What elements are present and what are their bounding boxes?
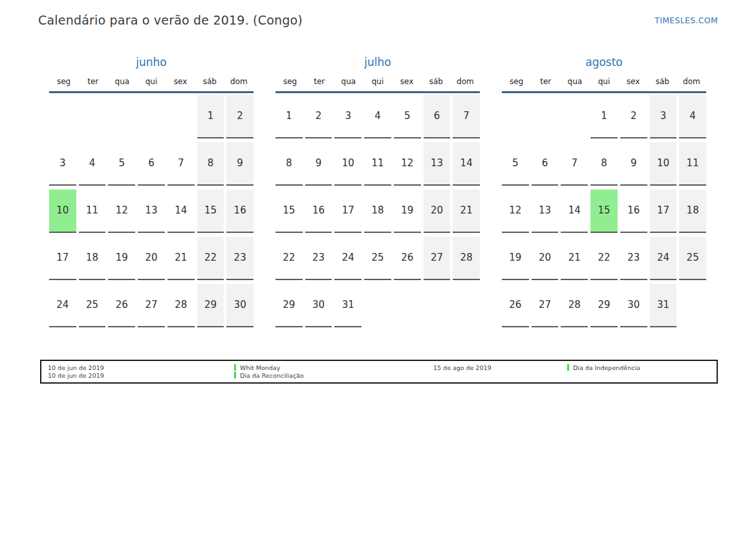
day-cell: 21 — [453, 190, 480, 237]
day-cell: 18 — [364, 190, 391, 237]
weekday-label: qua — [334, 76, 363, 87]
day-cell-fill: 25 — [364, 237, 391, 280]
month-junho: junhosegterquaquisexsábdom12345678910111… — [49, 54, 254, 331]
day-cell-fill: 3 — [49, 142, 76, 186]
day-cell-fill: 8 — [590, 142, 618, 186]
day-cell-fill — [679, 284, 706, 327]
day-cell: 13 — [424, 142, 451, 190]
day-cell-empty — [108, 95, 135, 142]
day-cell: 17 — [650, 190, 677, 237]
day-cell: 20 — [424, 190, 451, 237]
day-cell-fill: 16 — [620, 190, 647, 233]
day-cell: 7 — [561, 142, 588, 190]
day-cell-fill: 13 — [424, 142, 451, 186]
holiday-marker-icon — [234, 364, 236, 371]
day-cell: 12 — [108, 190, 135, 237]
day-cell-fill: 9 — [226, 142, 254, 186]
day-cell-empty — [49, 95, 76, 142]
day-cell-fill: 15 — [275, 190, 303, 233]
day-cell: 27 — [424, 237, 451, 284]
legend-entry: Dia da Independência — [567, 364, 640, 372]
day-cell: 7 — [453, 95, 480, 142]
day-cell-fill: 9 — [620, 142, 647, 186]
day-cell: 29 — [275, 284, 303, 331]
day-cell-fill: 27 — [532, 284, 559, 327]
day-cell: 2 — [226, 95, 254, 142]
site-link[interactable]: TIMESLES.COM — [654, 16, 718, 25]
legend-box: 10 de jun de 2019Whit Monday10 de jun de… — [40, 360, 718, 384]
weekday-label: ter — [78, 76, 107, 87]
day-cell: 18 — [79, 237, 106, 284]
day-cell-fill: 30 — [226, 284, 254, 327]
day-cell: 3 — [49, 142, 76, 190]
calendar-months: junhosegterquaquisexsábdom12345678910111… — [49, 54, 706, 331]
day-cell: 12 — [394, 142, 421, 190]
day-cell: 20 — [138, 237, 165, 284]
day-cell-fill: 18 — [364, 190, 391, 233]
day-cell-fill — [108, 95, 135, 138]
day-cell-fill: 8 — [275, 142, 303, 186]
day-cell: 30 — [620, 284, 647, 331]
day-cell-fill: 2 — [620, 95, 647, 138]
day-cell: 2 — [620, 95, 647, 142]
day-cell-fill — [138, 95, 165, 138]
day-cell-empty — [424, 284, 451, 331]
day-cell-fill: 7 — [453, 95, 480, 138]
day-cell: 17 — [334, 190, 362, 237]
day-cell-fill: 31 — [650, 284, 677, 327]
day-cell: 31 — [650, 284, 677, 331]
day-cell-fill: 30 — [620, 284, 647, 327]
day-cell: 5 — [394, 95, 421, 142]
day-cell-fill: 27 — [424, 237, 451, 280]
month-title: julho — [275, 54, 480, 70]
day-cell: 4 — [79, 142, 106, 190]
day-cell-fill: 5 — [394, 95, 421, 138]
day-cell: 20 — [532, 237, 559, 284]
weekday-header-row: segterquaquisexsábdom — [49, 76, 254, 87]
day-cell: 8 — [275, 142, 303, 190]
weekday-label: sex — [393, 76, 422, 87]
day-cell-fill — [49, 95, 76, 138]
day-cell-empty — [364, 284, 391, 331]
day-cell-fill: 16 — [226, 190, 254, 233]
day-cell-fill: 11 — [79, 190, 106, 233]
day-cell-fill: 22 — [197, 237, 224, 280]
day-cell-empty — [394, 284, 421, 331]
day-cell-empty — [453, 284, 480, 331]
day-cell: 22 — [275, 237, 303, 284]
day-cell: 16 — [305, 190, 332, 237]
day-cell-fill: 12 — [394, 142, 421, 186]
day-cell-fill: 11 — [364, 142, 391, 186]
day-cell: 10 — [334, 142, 362, 190]
day-cell-fill: 7 — [561, 142, 588, 186]
day-cell-fill: 25 — [79, 284, 106, 327]
weekday-label: seg — [275, 76, 305, 87]
day-cell-empty — [79, 95, 106, 142]
day-cell-fill: 28 — [561, 284, 588, 327]
day-cell: 3 — [650, 95, 677, 142]
day-cell: 14 — [561, 190, 588, 237]
month-title: agosto — [502, 54, 706, 70]
day-cell-fill: 19 — [108, 237, 135, 280]
day-cell-fill: 17 — [650, 190, 677, 233]
day-cell: 18 — [679, 190, 706, 237]
weekday-divider-line — [502, 91, 706, 93]
day-cell: 21 — [561, 237, 588, 284]
day-cell: 23 — [226, 237, 254, 284]
day-cell-fill: 19 — [502, 237, 529, 280]
day-cell: 30 — [305, 284, 332, 331]
day-cell: 11 — [364, 142, 391, 190]
day-cell-fill: 16 — [305, 190, 332, 233]
weekday-label: sex — [166, 76, 195, 87]
day-cell-fill: 6 — [532, 142, 559, 186]
day-cell-fill: 15 — [590, 190, 618, 233]
day-cell-fill: 21 — [561, 237, 588, 280]
day-cell: 6 — [532, 142, 559, 190]
day-cell-fill: 20 — [424, 190, 451, 233]
day-grid: 1234567891011121314151617181920212223242… — [49, 95, 254, 331]
day-cell-fill: 31 — [334, 284, 362, 327]
day-cell-fill: 2 — [226, 95, 254, 138]
day-cell-fill: 26 — [394, 237, 421, 280]
day-cell-empty — [679, 284, 706, 331]
day-cell-fill: 28 — [453, 237, 480, 280]
